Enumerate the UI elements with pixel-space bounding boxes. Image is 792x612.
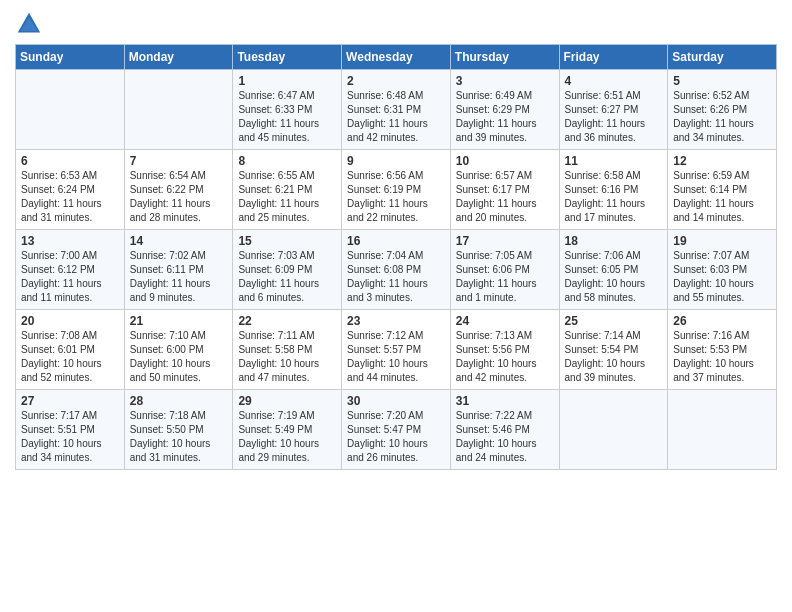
calendar-week-4: 20Sunrise: 7:08 AM Sunset: 6:01 PM Dayli…: [16, 310, 777, 390]
calendar-cell: 19Sunrise: 7:07 AM Sunset: 6:03 PM Dayli…: [668, 230, 777, 310]
cell-day-number: 23: [347, 314, 446, 328]
cell-day-number: 31: [456, 394, 555, 408]
calendar-cell: 11Sunrise: 6:58 AM Sunset: 6:16 PM Dayli…: [559, 150, 668, 230]
calendar-cell: 20Sunrise: 7:08 AM Sunset: 6:01 PM Dayli…: [16, 310, 125, 390]
day-header-thursday: Thursday: [450, 45, 559, 70]
calendar-cell: 12Sunrise: 6:59 AM Sunset: 6:14 PM Dayli…: [668, 150, 777, 230]
cell-day-number: 8: [238, 154, 337, 168]
calendar-cell: 15Sunrise: 7:03 AM Sunset: 6:09 PM Dayli…: [233, 230, 342, 310]
cell-day-number: 27: [21, 394, 120, 408]
calendar-cell: 22Sunrise: 7:11 AM Sunset: 5:58 PM Dayli…: [233, 310, 342, 390]
cell-day-number: 16: [347, 234, 446, 248]
calendar-cell: 16Sunrise: 7:04 AM Sunset: 6:08 PM Dayli…: [342, 230, 451, 310]
cell-day-number: 12: [673, 154, 772, 168]
day-header-wednesday: Wednesday: [342, 45, 451, 70]
cell-day-number: 2: [347, 74, 446, 88]
calendar-cell: [668, 390, 777, 470]
cell-info: Sunrise: 7:08 AM Sunset: 6:01 PM Dayligh…: [21, 329, 120, 385]
cell-info: Sunrise: 6:54 AM Sunset: 6:22 PM Dayligh…: [130, 169, 229, 225]
cell-info: Sunrise: 7:03 AM Sunset: 6:09 PM Dayligh…: [238, 249, 337, 305]
cell-day-number: 15: [238, 234, 337, 248]
cell-day-number: 20: [21, 314, 120, 328]
cell-day-number: 25: [565, 314, 664, 328]
calendar-cell: 28Sunrise: 7:18 AM Sunset: 5:50 PM Dayli…: [124, 390, 233, 470]
cell-info: Sunrise: 6:58 AM Sunset: 6:16 PM Dayligh…: [565, 169, 664, 225]
calendar-cell: [124, 70, 233, 150]
calendar-cell: 4Sunrise: 6:51 AM Sunset: 6:27 PM Daylig…: [559, 70, 668, 150]
cell-info: Sunrise: 7:18 AM Sunset: 5:50 PM Dayligh…: [130, 409, 229, 465]
calendar-cell: 31Sunrise: 7:22 AM Sunset: 5:46 PM Dayli…: [450, 390, 559, 470]
calendar-cell: 5Sunrise: 6:52 AM Sunset: 6:26 PM Daylig…: [668, 70, 777, 150]
cell-day-number: 26: [673, 314, 772, 328]
cell-info: Sunrise: 7:06 AM Sunset: 6:05 PM Dayligh…: [565, 249, 664, 305]
cell-info: Sunrise: 6:47 AM Sunset: 6:33 PM Dayligh…: [238, 89, 337, 145]
cell-info: Sunrise: 6:59 AM Sunset: 6:14 PM Dayligh…: [673, 169, 772, 225]
calendar-cell: 8Sunrise: 6:55 AM Sunset: 6:21 PM Daylig…: [233, 150, 342, 230]
cell-info: Sunrise: 7:14 AM Sunset: 5:54 PM Dayligh…: [565, 329, 664, 385]
cell-day-number: 11: [565, 154, 664, 168]
cell-day-number: 28: [130, 394, 229, 408]
calendar-cell: 26Sunrise: 7:16 AM Sunset: 5:53 PM Dayli…: [668, 310, 777, 390]
calendar-cell: 13Sunrise: 7:00 AM Sunset: 6:12 PM Dayli…: [16, 230, 125, 310]
calendar-cell: 18Sunrise: 7:06 AM Sunset: 6:05 PM Dayli…: [559, 230, 668, 310]
calendar-cell: [559, 390, 668, 470]
cell-info: Sunrise: 7:19 AM Sunset: 5:49 PM Dayligh…: [238, 409, 337, 465]
calendar-cell: 25Sunrise: 7:14 AM Sunset: 5:54 PM Dayli…: [559, 310, 668, 390]
header-row: SundayMondayTuesdayWednesdayThursdayFrid…: [16, 45, 777, 70]
calendar-week-5: 27Sunrise: 7:17 AM Sunset: 5:51 PM Dayli…: [16, 390, 777, 470]
calendar-cell: 27Sunrise: 7:17 AM Sunset: 5:51 PM Dayli…: [16, 390, 125, 470]
cell-info: Sunrise: 7:00 AM Sunset: 6:12 PM Dayligh…: [21, 249, 120, 305]
cell-day-number: 17: [456, 234, 555, 248]
calendar-cell: 3Sunrise: 6:49 AM Sunset: 6:29 PM Daylig…: [450, 70, 559, 150]
calendar-table: SundayMondayTuesdayWednesdayThursdayFrid…: [15, 44, 777, 470]
calendar-cell: 9Sunrise: 6:56 AM Sunset: 6:19 PM Daylig…: [342, 150, 451, 230]
calendar-cell: [16, 70, 125, 150]
cell-info: Sunrise: 7:04 AM Sunset: 6:08 PM Dayligh…: [347, 249, 446, 305]
cell-day-number: 6: [21, 154, 120, 168]
day-header-monday: Monday: [124, 45, 233, 70]
cell-day-number: 4: [565, 74, 664, 88]
logo: [15, 10, 47, 38]
cell-info: Sunrise: 7:12 AM Sunset: 5:57 PM Dayligh…: [347, 329, 446, 385]
cell-info: Sunrise: 7:22 AM Sunset: 5:46 PM Dayligh…: [456, 409, 555, 465]
cell-day-number: 19: [673, 234, 772, 248]
calendar-cell: 6Sunrise: 6:53 AM Sunset: 6:24 PM Daylig…: [16, 150, 125, 230]
cell-day-number: 10: [456, 154, 555, 168]
cell-info: Sunrise: 7:07 AM Sunset: 6:03 PM Dayligh…: [673, 249, 772, 305]
calendar-cell: 23Sunrise: 7:12 AM Sunset: 5:57 PM Dayli…: [342, 310, 451, 390]
cell-info: Sunrise: 7:05 AM Sunset: 6:06 PM Dayligh…: [456, 249, 555, 305]
calendar-cell: 17Sunrise: 7:05 AM Sunset: 6:06 PM Dayli…: [450, 230, 559, 310]
calendar-cell: 14Sunrise: 7:02 AM Sunset: 6:11 PM Dayli…: [124, 230, 233, 310]
cell-day-number: 21: [130, 314, 229, 328]
cell-day-number: 29: [238, 394, 337, 408]
cell-info: Sunrise: 7:20 AM Sunset: 5:47 PM Dayligh…: [347, 409, 446, 465]
day-header-friday: Friday: [559, 45, 668, 70]
cell-day-number: 1: [238, 74, 337, 88]
calendar-week-2: 6Sunrise: 6:53 AM Sunset: 6:24 PM Daylig…: [16, 150, 777, 230]
cell-info: Sunrise: 6:57 AM Sunset: 6:17 PM Dayligh…: [456, 169, 555, 225]
calendar-cell: 24Sunrise: 7:13 AM Sunset: 5:56 PM Dayli…: [450, 310, 559, 390]
calendar-week-3: 13Sunrise: 7:00 AM Sunset: 6:12 PM Dayli…: [16, 230, 777, 310]
cell-info: Sunrise: 6:55 AM Sunset: 6:21 PM Dayligh…: [238, 169, 337, 225]
calendar-cell: 21Sunrise: 7:10 AM Sunset: 6:00 PM Dayli…: [124, 310, 233, 390]
cell-info: Sunrise: 6:53 AM Sunset: 6:24 PM Dayligh…: [21, 169, 120, 225]
cell-info: Sunrise: 7:02 AM Sunset: 6:11 PM Dayligh…: [130, 249, 229, 305]
cell-info: Sunrise: 7:16 AM Sunset: 5:53 PM Dayligh…: [673, 329, 772, 385]
calendar-cell: 30Sunrise: 7:20 AM Sunset: 5:47 PM Dayli…: [342, 390, 451, 470]
cell-info: Sunrise: 7:10 AM Sunset: 6:00 PM Dayligh…: [130, 329, 229, 385]
cell-info: Sunrise: 6:51 AM Sunset: 6:27 PM Dayligh…: [565, 89, 664, 145]
cell-day-number: 22: [238, 314, 337, 328]
calendar-cell: 2Sunrise: 6:48 AM Sunset: 6:31 PM Daylig…: [342, 70, 451, 150]
cell-day-number: 7: [130, 154, 229, 168]
cell-day-number: 24: [456, 314, 555, 328]
cell-day-number: 3: [456, 74, 555, 88]
day-header-sunday: Sunday: [16, 45, 125, 70]
calendar-cell: 1Sunrise: 6:47 AM Sunset: 6:33 PM Daylig…: [233, 70, 342, 150]
calendar-week-1: 1Sunrise: 6:47 AM Sunset: 6:33 PM Daylig…: [16, 70, 777, 150]
cell-info: Sunrise: 6:49 AM Sunset: 6:29 PM Dayligh…: [456, 89, 555, 145]
cell-day-number: 5: [673, 74, 772, 88]
calendar-cell: 29Sunrise: 7:19 AM Sunset: 5:49 PM Dayli…: [233, 390, 342, 470]
calendar-cell: 10Sunrise: 6:57 AM Sunset: 6:17 PM Dayli…: [450, 150, 559, 230]
cell-info: Sunrise: 6:56 AM Sunset: 6:19 PM Dayligh…: [347, 169, 446, 225]
cell-info: Sunrise: 7:13 AM Sunset: 5:56 PM Dayligh…: [456, 329, 555, 385]
